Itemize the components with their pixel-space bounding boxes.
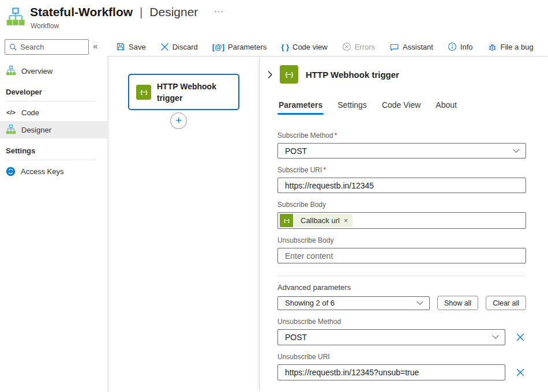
chevron-down-icon (492, 333, 498, 339)
sidebar-item-access-keys[interactable]: Access Keys (0, 163, 107, 180)
errors-icon (342, 42, 351, 51)
more-actions-icon[interactable]: ··· (214, 6, 224, 16)
collapse-sidebar-icon[interactable]: « (93, 41, 97, 51)
advanced-parameters-dropdown[interactable]: Showing 2 of 6 (277, 296, 430, 310)
token-label: Callback url (301, 216, 340, 225)
trigger-details-panel: {···} HTTP Webhook trigger Parameters Se… (260, 56, 548, 392)
sidebar-item-designer[interactable]: Designer (0, 121, 107, 138)
required-asterisk: * (335, 131, 337, 140)
sidebar-section-developer: Developer (0, 80, 107, 100)
title-separator: | (140, 5, 142, 18)
errors-button: Errors (342, 42, 375, 51)
designer-icon (6, 125, 16, 135)
node-title: HTTP Webhook trigger (157, 81, 224, 104)
tab-parameters[interactable]: Parameters (277, 98, 324, 115)
subscribe-body-label: Subscribe Body (277, 201, 526, 209)
access-keys-icon (6, 167, 16, 176)
unsubscribe-method-dropdown[interactable]: POST (277, 329, 505, 345)
advanced-divider (277, 276, 526, 276)
clear-all-button[interactable]: Clear all (486, 296, 526, 310)
unsubscribe-body-label: Unsubscribe Body (277, 236, 526, 244)
search-input[interactable] (20, 40, 87, 54)
tab-settings[interactable]: Settings (336, 98, 368, 115)
advanced-parameters-value: Showing 2 of 6 (285, 299, 335, 307)
page-title: Stateful-Workflow (30, 5, 133, 18)
panel-tabs: Parameters Settings Code View About (277, 98, 548, 115)
chevron-down-icon (416, 298, 423, 304)
close-icon (516, 333, 525, 342)
unsubscribe-body-input[interactable] (278, 248, 526, 263)
sidebar-section-settings: Settings (0, 138, 107, 159)
advanced-parameters-label: Advanced parameters (277, 283, 526, 292)
unsubscribe-uri-label: Unsubscribe URI (277, 353, 526, 361)
webhook-icon: {···} (136, 85, 151, 100)
remove-unsubscribe-method-button[interactable] (515, 331, 526, 343)
unsubscribe-uri-field (277, 364, 505, 380)
section-divider (6, 160, 96, 160)
file-a-bug-button[interactable]: File a bug (487, 42, 534, 52)
tab-code-view[interactable]: Code View (381, 98, 422, 115)
designer-canvas[interactable]: {···} HTTP Webhook trigger + (107, 56, 260, 392)
parameters-button[interactable]: [@] Parameters (212, 43, 267, 51)
search-box[interactable] (5, 39, 89, 55)
remove-token-icon[interactable]: × (344, 217, 348, 225)
close-icon (516, 368, 525, 377)
subscribe-body-field[interactable]: {···} Callback url × (277, 212, 526, 229)
show-all-button[interactable]: Show all (437, 296, 478, 310)
subscribe-method-dropdown[interactable]: POST (277, 143, 526, 159)
code-view-icon: { } (281, 43, 289, 51)
discard-icon (160, 43, 169, 51)
overview-icon (6, 66, 16, 76)
subscribe-uri-input[interactable] (278, 178, 526, 193)
code-icon: </> (6, 109, 16, 116)
webhook-panel-icon: {···} (280, 65, 298, 84)
sidebar: Overview Developer </> Code Designer Set… (0, 56, 107, 392)
unsubscribe-method-label: Unsubscribe Method (277, 318, 526, 326)
subscribe-uri-field (277, 178, 526, 193)
unsubscribe-uri-input[interactable] (278, 365, 505, 380)
save-icon (116, 42, 125, 51)
chevron-down-icon (513, 146, 519, 152)
token-webhook-icon: {···} (280, 214, 293, 227)
assistant-icon (389, 42, 399, 52)
command-bar: Save Discard [@] Parameters { } Code vie… (116, 39, 534, 55)
subscribe-method-label: Subscribe Method* (277, 131, 526, 140)
code-view-button[interactable]: { } Code view (281, 43, 327, 51)
save-button[interactable]: Save (116, 42, 146, 51)
resource-type-label: Workflow (31, 22, 59, 30)
parameters-icon: [@] (212, 43, 224, 51)
assistant-button[interactable]: Assistant (389, 42, 433, 52)
panel-collapse-icon[interactable] (266, 69, 275, 80)
workflow-logo-icon (6, 7, 25, 29)
tab-about[interactable]: About (434, 98, 458, 115)
unsubscribe-body-field (277, 248, 526, 263)
subscribe-uri-label: Subscribe URI* (277, 166, 526, 174)
callback-url-token[interactable]: {···} Callback url × (280, 214, 352, 227)
info-button[interactable]: Info (448, 42, 473, 51)
unsubscribe-method-value: POST (285, 333, 307, 342)
sidebar-item-code[interactable]: </> Code (0, 104, 107, 121)
search-icon (9, 43, 17, 51)
panel-title: HTTP Webhook trigger (306, 70, 399, 80)
remove-unsubscribe-uri-button[interactable] (515, 367, 526, 378)
http-webhook-trigger-node[interactable]: {···} HTTP Webhook trigger (128, 74, 239, 110)
info-icon (448, 42, 457, 51)
bug-icon (487, 42, 497, 52)
discard-button[interactable]: Discard (160, 43, 198, 51)
sidebar-item-overview[interactable]: Overview (0, 62, 107, 80)
subscribe-method-value: POST (285, 146, 307, 156)
app-header: Stateful-Workflow | Designer ··· Workflo… (0, 0, 548, 36)
page-view-title: Designer (149, 5, 198, 18)
add-step-button[interactable]: + (170, 112, 187, 129)
plus-icon: + (175, 115, 182, 126)
required-asterisk: * (323, 166, 326, 174)
section-divider (6, 101, 96, 101)
